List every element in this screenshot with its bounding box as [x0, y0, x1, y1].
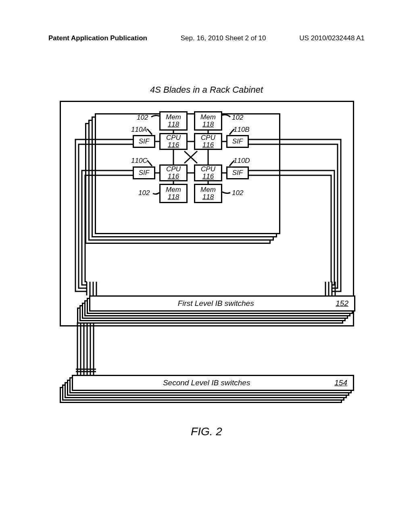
cpu-box-tr: CPU 116	[194, 133, 222, 150]
header-left: Patent Application Publication	[48, 34, 147, 42]
cpu-label: CPU	[201, 134, 215, 141]
mem-box-br: Mem 118	[194, 184, 222, 203]
mem-box-tl: Mem 118	[159, 111, 188, 131]
cpu-label: CPU	[201, 166, 215, 173]
second-switch-label: Second Level IB switches	[79, 378, 334, 387]
mem-ref: 118	[168, 193, 179, 201]
svg-line-7	[184, 151, 197, 163]
sif-box-br: SIF	[226, 166, 249, 179]
ref-102-br: 102	[232, 189, 243, 197]
first-switch-label: First Level IB switches	[96, 299, 336, 308]
second-switch-ref: 154	[334, 378, 347, 387]
cpu-label: CPU	[166, 166, 181, 173]
cpu-box-bl: CPU 116	[159, 164, 188, 181]
page-header: Patent Application Publication Sep. 16, …	[48, 34, 365, 42]
blade-card-front: 102 102 110A 110B 110C 110D 102 102 Mem …	[98, 101, 284, 222]
sif-label: SIF	[139, 169, 149, 177]
cpu-label: CPU	[166, 134, 181, 141]
mem-label: Mem	[166, 186, 181, 193]
figure-label: FIG. 2	[0, 425, 413, 438]
switch-bar-second-front: Second Level IB switches 154	[72, 375, 354, 391]
sif-box-tr: SIF	[226, 135, 249, 148]
header-mid: Sep. 16, 2010 Sheet 2 of 10	[181, 34, 266, 42]
switch-bar-first-front: First Level IB switches 152	[89, 295, 355, 312]
cpu-box-br: CPU 116	[194, 164, 222, 181]
cpu-ref: 116	[168, 173, 179, 180]
ref-110a: 110A	[131, 126, 147, 134]
mem-ref: 118	[202, 121, 214, 128]
mem-ref: 118	[168, 121, 179, 128]
second-level-switch-stack: Second Level IB switches 154	[60, 375, 354, 407]
svg-line-8	[184, 151, 197, 163]
blade-connections	[98, 101, 284, 222]
first-level-switch-stack: First Level IB switches 152	[77, 295, 343, 324]
ref-102-bl: 102	[138, 189, 150, 197]
sif-label: SIF	[139, 138, 149, 145]
cpu-ref: 116	[202, 173, 214, 180]
sif-box-bl: SIF	[133, 166, 155, 179]
mem-label: Mem	[200, 186, 216, 193]
mem-box-tr: Mem 118	[194, 111, 222, 131]
cpu-box-tl: CPU 116	[159, 133, 188, 150]
header-right: US 2010/0232448 A1	[299, 34, 365, 42]
first-switch-ref: 152	[336, 299, 348, 308]
sif-box-tl: SIF	[133, 135, 155, 148]
diagram-title: 4S Blades in a Rack Cabinet	[0, 85, 413, 95]
ref-110d: 110D	[234, 157, 250, 165]
cpu-ref: 116	[202, 141, 214, 149]
cpu-ref: 116	[168, 141, 179, 149]
mem-box-bl: Mem 118	[159, 184, 188, 203]
rack-cabinet-frame: 102 102 110A 110B 110C 110D 102 102 Mem …	[60, 101, 354, 326]
mem-label: Mem	[166, 114, 181, 121]
sif-label: SIF	[232, 169, 243, 177]
sif-label: SIF	[232, 138, 243, 145]
blade-stack: 102 102 110A 110B 110C 110D 102 102 Mem …	[85, 111, 271, 232]
ref-110c: 110C	[131, 157, 148, 165]
ref-102-tr: 102	[232, 114, 243, 122]
ref-110b: 110B	[234, 126, 250, 134]
mem-ref: 118	[202, 193, 214, 201]
mem-label: Mem	[200, 114, 216, 121]
ref-102-tl: 102	[137, 114, 148, 122]
